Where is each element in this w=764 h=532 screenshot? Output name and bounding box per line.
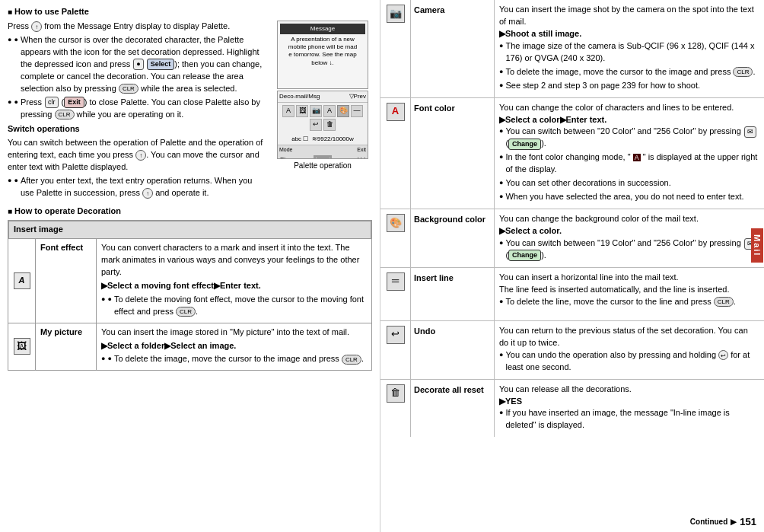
- my-picture-icon: 🖼: [8, 323, 36, 371]
- undo-content: You can return to the previous status of…: [495, 321, 764, 379]
- camera-label: Camera: [411, 0, 495, 97]
- my-picture-row: 🖼 My picture You can insert the image st…: [8, 323, 372, 371]
- undo-icon-cell: ↩: [380, 321, 411, 379]
- insert-line-label: Insert line: [411, 268, 495, 320]
- camera-row: 📷 Camera You can insert the image shot b…: [380, 0, 764, 98]
- decorate-all-reset-content: You can release all the decorations. ▶YE…: [495, 380, 764, 438]
- undo-row: ↩ Undo You can return to the previous st…: [380, 321, 764, 380]
- camera-icon-box: 📷: [387, 5, 405, 23]
- left-panel: How to use Palette Press ↑ from the Mess…: [0, 0, 380, 532]
- font-color-row: A Font color You can change the color of…: [380, 98, 764, 210]
- insert-line-icon-cell: ═: [380, 268, 411, 320]
- palette-caption: Palette operation: [273, 161, 372, 172]
- font-effect-content: You can convert characters to a mark and…: [97, 239, 371, 323]
- camera-content: You can insert the image shot by the cam…: [495, 0, 764, 97]
- switch-ops-title: Switch operations: [8, 123, 267, 135]
- para1: Press ↑ from the Message Entry display t…: [8, 21, 267, 33]
- font-effect-icon-box: A: [14, 272, 30, 289]
- palette-screen2-bottom: ModeExit: [278, 145, 368, 155]
- decorate-all-reset-label: Decorate all reset: [411, 380, 495, 438]
- palette-screen2-top: Deco-mail/Msg▽Prev: [278, 91, 368, 103]
- insert-line-row: ═ Insert line You can insert a horizonta…: [380, 268, 764, 321]
- decorate-all-reset-icon-cell: 🗑: [380, 380, 411, 438]
- section-title-decoration: How to operate Decoration: [8, 205, 372, 218]
- continued-label: Continued: [690, 518, 727, 526]
- background-color-icon-box: 🎨: [387, 214, 405, 232]
- mail-side-tab: Mail: [750, 228, 764, 263]
- font-color-icon-cell: A: [380, 98, 411, 209]
- section-title-palette: How to use Palette: [8, 6, 372, 18]
- right-panel: 📷 Camera You can insert the image shot b…: [380, 0, 764, 532]
- insert-line-icon-box: ═: [387, 272, 405, 291]
- my-picture-icon-box: 🖼: [14, 338, 30, 355]
- palette-image-area: Message A presentation of a new mobile p…: [273, 21, 372, 201]
- font-effect-icon: A: [8, 239, 36, 323]
- section-how-to-operate: How to operate Decoration Insert image A…: [8, 205, 372, 371]
- background-color-row: 🎨 Background color You can change the ba…: [380, 209, 764, 268]
- my-picture-content: You can insert the image stored in "My p…: [97, 323, 371, 371]
- insert-line-content: You can insert a horizontal line into th…: [495, 268, 764, 320]
- palette-screen1-title: Message: [280, 24, 365, 34]
- font-color-icon-box: A: [387, 103, 405, 121]
- page-footer: Continued ▶ 151: [690, 516, 756, 527]
- insert-image-header: Insert image: [8, 221, 371, 239]
- switch-body: You can switch between the operation of …: [8, 137, 267, 174]
- font-effect-row: A Font effect You can convert characters…: [8, 238, 372, 323]
- palette-screen2: Deco-mail/Msg▽Prev A 🖼 📷 A 🎨 — ↩ 🗑: [277, 91, 368, 159]
- font-color-content: You can change the color of characters a…: [495, 98, 764, 209]
- arrow-continued: ▶: [731, 518, 737, 526]
- my-picture-label: My picture: [36, 323, 97, 371]
- background-color-icon-cell: 🎨: [380, 209, 411, 267]
- mail-tab-label: Mail: [751, 228, 763, 263]
- undo-label: Undo: [411, 321, 495, 379]
- bullet3: ● After you enter text, the text entry o…: [8, 175, 267, 199]
- insert-image-table: Insert image A Font effect You can conve…: [8, 220, 372, 371]
- decorate-all-reset-icon-box: 🗑: [387, 384, 405, 403]
- bullet1: ● When the cursor is over the decorated …: [8, 34, 267, 95]
- font-effect-label: Font effect: [36, 239, 97, 323]
- page-number: 151: [740, 516, 756, 527]
- palette-screen1: Message A presentation of a new mobile p…: [277, 21, 368, 89]
- background-color-content: You can change the background color of t…: [495, 209, 764, 267]
- section-how-to-use-palette: How to use Palette Press ↑ from the Mess…: [8, 6, 372, 201]
- bullet2: ● Press clr (Exit) to close Palette. You…: [8, 97, 267, 121]
- camera-icon-cell: 📷: [380, 0, 411, 97]
- palette-screen1-body: A presentation of a new mobile phone wil…: [280, 36, 365, 68]
- undo-icon-box: ↩: [387, 326, 405, 344]
- decorate-all-reset-row: 🗑 Decorate all reset You can release all…: [380, 380, 764, 438]
- font-color-label: Font color: [411, 98, 495, 209]
- background-color-label: Background color: [411, 209, 495, 267]
